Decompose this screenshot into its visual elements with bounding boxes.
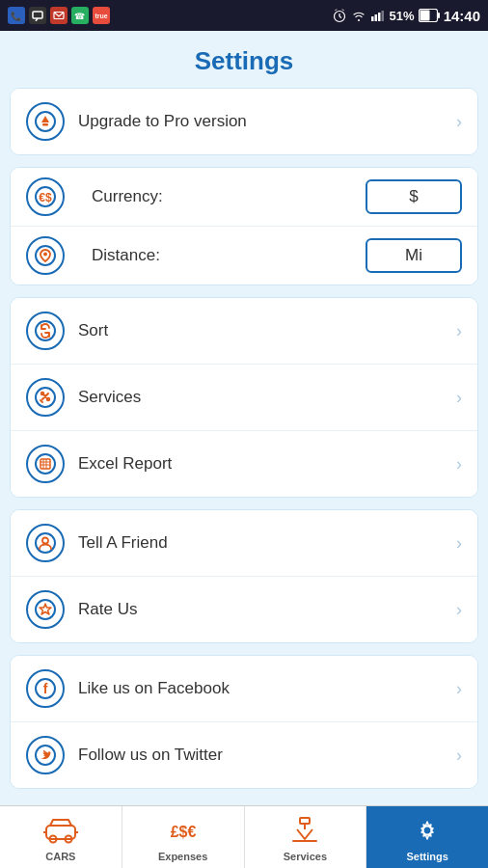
svg-rect-10	[371, 16, 374, 21]
twitter-label: Follow us on Twitter	[78, 746, 456, 765]
facebook-chevron: ›	[456, 679, 462, 699]
svg-point-36	[36, 600, 55, 619]
section-preferences: €$ Currency: $ Distance: Mi	[10, 167, 478, 285]
rate-us-label: Rate Us	[78, 600, 456, 619]
excel-report-item[interactable]: Excel Report ›	[11, 431, 477, 497]
wifi-icon	[351, 8, 366, 23]
mail-icon	[50, 7, 68, 24]
excel-report-label: Excel Report	[78, 454, 456, 474]
nav-expenses[interactable]: £$€ Expenses	[122, 806, 245, 868]
svg-marker-18	[41, 116, 49, 122]
currency-icon: €$	[26, 177, 65, 216]
page-title: Settings	[0, 31, 488, 88]
tell-friend-item[interactable]: Tell A Friend ›	[11, 510, 477, 577]
status-right-info: 51% 14:40	[332, 8, 480, 24]
tell-friend-chevron: ›	[456, 533, 462, 554]
section-upgrade: Upgrade to Pro version ›	[10, 88, 478, 155]
svg-rect-15	[438, 13, 440, 18]
upgrade-pro-icon	[26, 102, 65, 141]
svg-line-9	[342, 10, 344, 12]
twitter-item[interactable]: Follow us on Twitter ›	[11, 722, 477, 788]
currency-value[interactable]: $	[366, 179, 462, 214]
currency-row: €$ Currency: $	[11, 168, 477, 227]
services-item[interactable]: Services ›	[11, 365, 477, 431]
services-label: Services	[78, 388, 456, 407]
svg-rect-12	[378, 13, 381, 21]
clock: 14:40	[444, 8, 480, 24]
svg-point-35	[42, 538, 48, 544]
currency-label: Currency:	[92, 187, 366, 206]
rate-us-icon	[26, 590, 65, 629]
status-bar: 📞 ☎ true 51% 14:40	[0, 0, 488, 31]
svg-rect-29	[41, 459, 50, 469]
svg-rect-47	[300, 818, 310, 824]
svg-line-8	[335, 10, 337, 12]
excel-icon	[26, 445, 65, 483]
svg-marker-37	[40, 604, 51, 614]
status-left-icons: 📞 ☎ true	[8, 7, 110, 24]
bottom-nav: CARS £$€ Expenses Services	[0, 805, 488, 868]
svg-rect-13	[381, 11, 384, 21]
distance-value[interactable]: Mi	[366, 238, 462, 273]
car-icon	[42, 812, 79, 849]
svg-rect-16	[420, 11, 429, 21]
svg-text:£$€: £$€	[170, 824, 196, 840]
nav-expenses-label: Expenses	[158, 851, 207, 862]
battery-icon	[419, 9, 440, 22]
svg-rect-19	[42, 123, 48, 126]
svg-text:f: f	[43, 681, 48, 696]
svg-point-23	[43, 253, 47, 257]
section-sort-services: Sort › Services ›	[10, 297, 478, 498]
facebook-item[interactable]: f Like us on Facebook ›	[11, 656, 477, 722]
upgrade-pro-chevron: ›	[456, 112, 462, 132]
battery-percentage: 51%	[390, 9, 415, 23]
distance-icon	[26, 236, 65, 275]
true-icon: true	[93, 7, 110, 24]
nav-cars[interactable]: CARS	[0, 806, 122, 868]
twitter-chevron: ›	[456, 746, 462, 766]
facebook-icon: f	[26, 669, 65, 708]
distance-row: Distance: Mi	[11, 227, 477, 285]
upgrade-pro-item[interactable]: Upgrade to Pro version ›	[11, 89, 477, 154]
upgrade-pro-label: Upgrade to Pro version	[78, 112, 456, 131]
rate-us-chevron: ›	[456, 600, 462, 620]
sort-chevron: ›	[456, 321, 462, 341]
rate-us-item[interactable]: Rate Us ›	[11, 577, 477, 642]
section-social-links: f Like us on Facebook › Follow us on Twi…	[10, 655, 478, 789]
svg-line-7	[339, 16, 341, 18]
sort-label: Sort	[78, 321, 456, 340]
gear-icon	[409, 812, 446, 849]
nav-settings[interactable]: Settings	[366, 806, 488, 868]
sort-item[interactable]: Sort ›	[11, 298, 477, 365]
svg-text:☎: ☎	[74, 12, 85, 21]
services-icon	[26, 378, 65, 417]
section-social-actions: Tell A Friend › Rate Us ›	[10, 509, 478, 643]
svg-text:📞: 📞	[11, 11, 22, 21]
scroll-area: Settings Upgrade to Pro version › €$	[0, 31, 488, 805]
services-chevron: ›	[456, 388, 462, 408]
excel-chevron: ›	[456, 454, 462, 475]
voip-icon: 📞	[8, 7, 25, 24]
nav-cars-label: CARS	[45, 851, 75, 862]
facebook-label: Like us on Facebook	[78, 679, 456, 698]
nav-services[interactable]: Services	[245, 806, 367, 868]
tell-friend-label: Tell A Friend	[78, 533, 456, 553]
bbm-icon	[29, 7, 46, 24]
expenses-icon: £$€	[165, 812, 202, 849]
nav-services-label: Services	[284, 851, 327, 862]
call-icon: ☎	[71, 7, 89, 24]
distance-label: Distance:	[92, 246, 366, 265]
nav-settings-label: Settings	[406, 851, 447, 862]
alarm-icon	[332, 8, 347, 23]
svg-rect-1	[33, 12, 42, 18]
signal-icon	[370, 8, 386, 23]
twitter-icon	[26, 736, 65, 774]
services-nav-icon	[286, 812, 323, 849]
svg-rect-11	[374, 14, 377, 21]
svg-text:€$: €$	[39, 191, 52, 204]
tell-friend-icon	[26, 524, 65, 562]
svg-point-28	[36, 454, 55, 474]
sort-icon	[26, 312, 65, 350]
